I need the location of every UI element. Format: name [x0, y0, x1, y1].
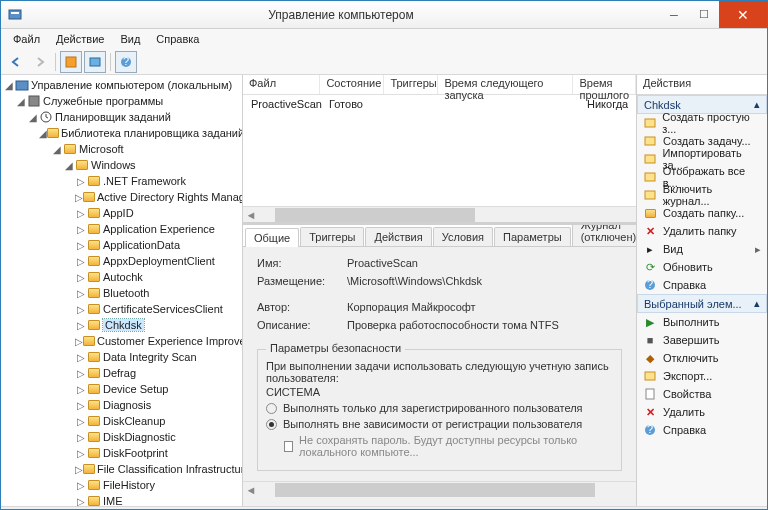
maximize-button[interactable]: ☐	[689, 1, 719, 28]
svg-rect-17	[645, 372, 655, 380]
tree-panel: ◢Управление компьютером (локальным) ◢Слу…	[1, 75, 243, 506]
action-item[interactable]: ◆Отключить	[637, 349, 767, 367]
tab-journal[interactable]: Журнал (отключен)	[572, 225, 636, 246]
author-label: Автор:	[257, 301, 347, 313]
desc-label: Описание:	[257, 319, 347, 331]
back-button[interactable]	[5, 51, 27, 73]
col-triggers[interactable]: Триггеры	[384, 75, 438, 94]
menu-view[interactable]: Вид	[112, 31, 148, 47]
svg-rect-10	[645, 119, 655, 127]
action-item[interactable]: ✕Удалить папку	[637, 222, 767, 240]
svg-rect-7	[29, 96, 39, 106]
actions-header: Действия	[637, 75, 767, 95]
svg-rect-2	[66, 57, 76, 67]
task-row[interactable]: ProactiveScan Готово Никогда	[243, 95, 636, 113]
toolbar: ?	[1, 49, 767, 75]
window-buttons: ─ ☐ ✕	[659, 1, 767, 28]
action-item[interactable]: ✕Удалить	[637, 403, 767, 421]
author-value: Корпорация Майкрософт	[347, 301, 622, 313]
close-button[interactable]: ✕	[719, 1, 767, 28]
security-fieldset: Параметры безопасности При выполнении за…	[257, 349, 622, 471]
details-scrollbar[interactable]: ◄	[243, 481, 636, 497]
tree-folder-item[interactable]: ▷ApplicationData	[1, 237, 242, 253]
action-item[interactable]: Включить журнал...	[637, 186, 767, 204]
tool-icon-2[interactable]	[84, 51, 106, 73]
tree-folder-item[interactable]: ▷Device Setup	[1, 381, 242, 397]
actions-group-selected[interactable]: Выбранный элем...▴	[637, 294, 767, 313]
delete-icon: ✕	[643, 225, 657, 238]
tree-folder-item[interactable]: ▷IME	[1, 493, 242, 506]
action-item[interactable]: ?Справка	[637, 421, 767, 439]
help-button[interactable]: ?	[115, 51, 137, 73]
tree-folder-item[interactable]: ▷Diagnosis	[1, 397, 242, 413]
tab-general[interactable]: Общие	[245, 228, 299, 247]
tree-folder-item[interactable]: ▷Bluetooth	[1, 285, 242, 301]
task-list: Файл Состояние Триггеры Время следующего…	[243, 75, 636, 225]
tree-folder-item[interactable]: ▷Application Experience	[1, 221, 242, 237]
col-file[interactable]: Файл	[243, 75, 320, 94]
tree-folder-item[interactable]: ▷FileHistory	[1, 477, 242, 493]
tree-folder-item[interactable]: ▷File Classification Infrastructure	[1, 461, 242, 477]
tab-params[interactable]: Параметры	[494, 227, 571, 246]
check-no-password[interactable]: Не сохранять пароль. Будут доступны ресу…	[284, 434, 613, 458]
name-label: Имя:	[257, 257, 347, 269]
tree-folder-item[interactable]: ▷Chkdsk	[1, 317, 242, 333]
action-item[interactable]: Создать простую з...	[637, 114, 767, 132]
tree-folder-item[interactable]: ▷AppxDeploymentClient	[1, 253, 242, 269]
minimize-button[interactable]: ─	[659, 1, 689, 28]
task-icon	[643, 135, 657, 147]
list-scrollbar[interactable]: ◄	[243, 206, 636, 222]
menu-action[interactable]: Действие	[48, 31, 112, 47]
tree-folder-item[interactable]: ▷Autochk	[1, 269, 242, 285]
tab-conditions[interactable]: Условия	[433, 227, 493, 246]
statusbar	[1, 506, 767, 509]
tree-folder-item[interactable]: ▷Data Integrity Scan	[1, 349, 242, 365]
tree-folder-item[interactable]: ▷DiskDiagnostic	[1, 429, 242, 445]
disable-icon: ◆	[643, 352, 657, 365]
tree-folder-item[interactable]: ▷AppID	[1, 205, 242, 221]
svg-rect-18	[646, 389, 654, 399]
svg-rect-6	[16, 81, 28, 90]
action-item[interactable]: ⟳Обновить	[637, 258, 767, 276]
tree-folder-item[interactable]: ▷DiskCleanup	[1, 413, 242, 429]
col-next[interactable]: Время следующего запуска	[438, 75, 573, 94]
tree-scheduler[interactable]: ◢Планировщик заданий	[1, 109, 242, 125]
location-value: \Microsoft\Windows\Chkdsk	[347, 275, 622, 287]
account-value: СИСТЕМА	[266, 386, 613, 398]
action-item[interactable]: Свойства	[637, 385, 767, 403]
tree-folder-item[interactable]: ▷Active Directory Rights Manager	[1, 189, 242, 205]
log-icon	[643, 189, 657, 201]
action-item[interactable]: Экспорт...	[637, 367, 767, 385]
tab-actions[interactable]: Действия	[365, 227, 431, 246]
action-item[interactable]: ■Завершить	[637, 331, 767, 349]
tool-icon-1[interactable]	[60, 51, 82, 73]
action-item[interactable]: ▸Вид▸	[637, 240, 767, 258]
tree-folder-item[interactable]: ▷DiskFootprint	[1, 445, 242, 461]
action-item[interactable]: ?Справка	[637, 276, 767, 294]
tree-folder-item[interactable]: ▷.NET Framework	[1, 173, 242, 189]
tree-microsoft[interactable]: ◢Microsoft	[1, 141, 242, 157]
tree-folder-item[interactable]: ▷Customer Experience Improvem	[1, 333, 242, 349]
props-icon	[643, 388, 657, 400]
svg-text:?: ?	[647, 279, 653, 290]
col-status[interactable]: Состояние	[320, 75, 384, 94]
action-item[interactable]: ▶Выполнить	[637, 313, 767, 331]
refresh-icon: ⟳	[643, 261, 657, 274]
forward-button[interactable]	[29, 51, 51, 73]
tree-windows[interactable]: ◢Windows	[1, 157, 242, 173]
radio-logged-user[interactable]: Выполнять только для зарегистрированного…	[266, 402, 613, 414]
tab-triggers[interactable]: Триггеры	[300, 227, 364, 246]
tree-library[interactable]: ◢Библиотека планировщика заданий	[1, 125, 242, 141]
col-last[interactable]: Время прошлого	[573, 75, 636, 94]
svg-text:?: ?	[123, 55, 129, 67]
menu-file[interactable]: Файл	[5, 31, 48, 47]
tree-services[interactable]: ◢Служебные программы	[1, 93, 242, 109]
tree-root[interactable]: ◢Управление компьютером (локальным)	[1, 77, 242, 93]
tree-folder-item[interactable]: ▷CertificateServicesClient	[1, 301, 242, 317]
titlebar: Управление компьютером ─ ☐ ✕	[1, 1, 767, 29]
menu-help[interactable]: Справка	[148, 31, 207, 47]
radio-any-user[interactable]: Выполнять вне зависимости от регистрации…	[266, 418, 613, 430]
svg-rect-0	[9, 10, 21, 19]
tree-folder-item[interactable]: ▷Defrag	[1, 365, 242, 381]
app-icon	[7, 7, 23, 23]
